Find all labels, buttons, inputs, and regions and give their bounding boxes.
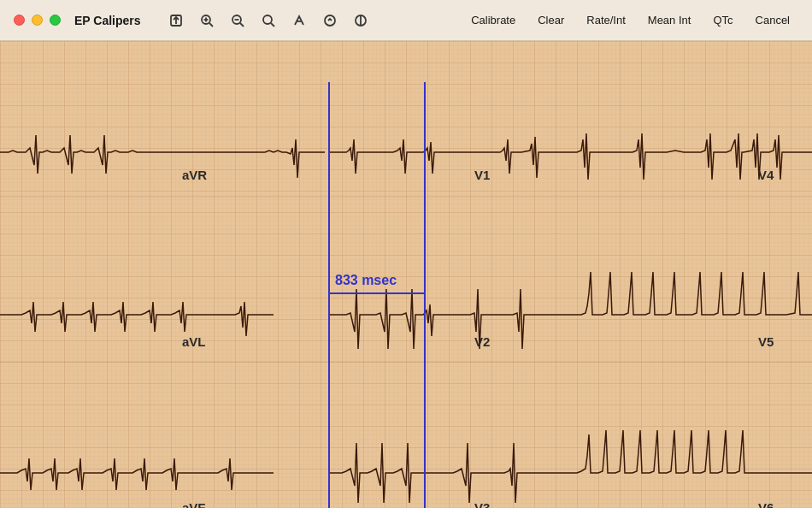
zoom-out-icon[interactable]: [230, 13, 245, 28]
svg-line-7: [240, 23, 244, 27]
calibrate-button[interactable]: Calibrate: [462, 10, 524, 30]
caliper-b-icon[interactable]: [322, 13, 338, 28]
lead-label-avr: aVR: [182, 168, 207, 182]
caliper-c-icon[interactable]: [353, 13, 368, 28]
svg-rect-17: [0, 41, 812, 508]
traffic-lights: [14, 15, 61, 26]
lead-label-v4: V4: [758, 168, 774, 182]
lead-label-v1: V1: [474, 168, 490, 182]
ecg-display[interactable]: 833 msec aVR V1 V4 aVL V2 V5 aVF V3 V6: [0, 41, 812, 508]
maximize-button[interactable]: [50, 15, 61, 26]
cancel-button[interactable]: Cancel: [747, 10, 798, 30]
caliper-a-icon[interactable]: [291, 13, 307, 28]
svg-point-9: [263, 15, 272, 24]
svg-point-12: [325, 15, 335, 26]
ecg-grid-svg: 833 msec: [0, 41, 812, 508]
mean-int-button[interactable]: Mean Int: [639, 10, 700, 30]
svg-line-3: [209, 23, 213, 27]
lead-label-avf: aVF: [182, 500, 206, 508]
qtc-button[interactable]: QTc: [704, 10, 741, 30]
titlebar: EP Calipers: [0, 0, 812, 41]
export-icon[interactable]: [168, 13, 184, 28]
close-button[interactable]: [14, 15, 25, 26]
rate-int-button[interactable]: Rate/Int: [578, 10, 634, 30]
lead-label-v6: V6: [758, 500, 774, 508]
svg-line-10: [271, 23, 274, 27]
toolbar-icons: [168, 13, 368, 28]
zoom-in-icon[interactable]: [199, 13, 215, 28]
lead-label-v5: V5: [758, 334, 774, 349]
zoom-fit-icon[interactable]: [261, 13, 276, 28]
toolbar-buttons: Calibrate Clear Rate/Int Mean Int QTc Ca…: [462, 10, 798, 30]
lead-label-avl: aVL: [182, 334, 206, 349]
app-title: EP Calipers: [74, 14, 141, 27]
lead-label-v2: V2: [474, 334, 490, 349]
minimize-button[interactable]: [32, 15, 43, 26]
lead-label-v3: V3: [474, 500, 490, 508]
svg-text:833 msec: 833 msec: [335, 273, 397, 287]
clear-button[interactable]: Clear: [529, 10, 573, 30]
